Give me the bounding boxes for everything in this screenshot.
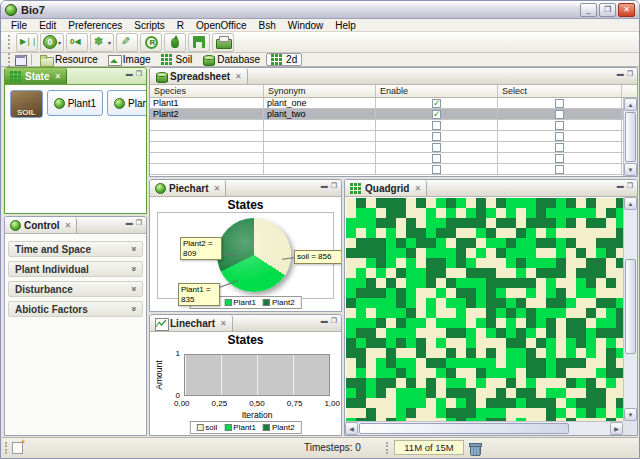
close-icon[interactable]: ✕ [220, 319, 227, 328]
step-back-button[interactable] [66, 33, 88, 52]
perspective-resource[interactable]: Resource [36, 53, 102, 66]
table-vertical-scrollbar[interactable]: ▲ ▼ [623, 98, 637, 176]
r-console-button[interactable] [140, 33, 162, 52]
pen-button[interactable] [116, 33, 138, 52]
close-icon[interactable]: ✕ [235, 72, 242, 81]
close-button[interactable]: ✕ [618, 3, 635, 17]
checkbox-unchecked[interactable] [432, 154, 441, 163]
menu-help[interactable]: Help [329, 20, 362, 31]
open-perspective-icon[interactable] [15, 54, 27, 65]
minimize-view-icon[interactable]: ▬ [617, 70, 624, 77]
close-icon[interactable]: ✕ [65, 221, 72, 230]
scroll-right-icon[interactable]: ▶ [610, 422, 623, 435]
menu-openoffice[interactable]: OpenOffice [190, 20, 252, 31]
heap-status[interactable]: 11M of 15M [394, 440, 464, 455]
checkbox-unchecked[interactable] [432, 165, 441, 174]
maximize-button[interactable]: ❐ [599, 3, 616, 17]
menu-window[interactable]: Window [282, 20, 330, 31]
dropdown-arrow-icon[interactable]: ▾ [108, 39, 111, 46]
minimize-view-icon[interactable]: ▬ [321, 317, 328, 324]
tab-state[interactable]: State ✕ [5, 68, 67, 84]
fast-view-bar-icon[interactable] [12, 442, 23, 454]
checkbox-unchecked[interactable] [555, 121, 564, 130]
scrollbar-thumb[interactable] [359, 423, 569, 434]
tab-quadgrid[interactable]: Quadgrid ✕ [345, 180, 427, 196]
perspective-2d[interactable]: 2d [266, 53, 302, 66]
table-row[interactable] [150, 142, 623, 153]
column-header-select[interactable]: Select [498, 85, 622, 97]
menu-scripts[interactable]: Scripts [128, 20, 171, 31]
perspective-image[interactable]: Image [104, 53, 155, 66]
quadgrid-canvas[interactable] [346, 198, 626, 423]
quadgrid-vertical-scrollbar[interactable]: ▲ ▼ [623, 197, 637, 421]
section-abiotic-factors[interactable]: Abiotic Factors» [8, 301, 143, 317]
scrollbar-thumb[interactable] [625, 259, 636, 354]
checkbox-checked[interactable] [432, 110, 441, 119]
table-row[interactable] [150, 153, 623, 164]
tab-piechart[interactable]: Piechart ✕ [150, 180, 226, 196]
maximize-view-icon[interactable]: ❐ [136, 219, 142, 227]
menu-edit[interactable]: Edit [33, 20, 62, 31]
expand-chevron-icon[interactable]: » [128, 306, 138, 311]
checkbox-unchecked[interactable] [555, 143, 564, 152]
garbage-collect-icon[interactable] [469, 442, 480, 454]
close-icon[interactable]: ✕ [213, 184, 220, 193]
state-plant2-button[interactable]: Plant2 [107, 90, 146, 116]
checkbox-unchecked[interactable] [432, 132, 441, 141]
expand-chevron-icon[interactable]: » [128, 286, 138, 291]
maximize-view-icon[interactable]: ❐ [136, 70, 142, 78]
column-header-enable[interactable]: Enable [376, 85, 498, 97]
dropdown-arrow-icon[interactable]: ▾ [58, 39, 61, 46]
scroll-left-icon[interactable]: ◀ [345, 422, 358, 435]
perspective-database[interactable]: Database [198, 53, 264, 66]
toolbar-gripper[interactable] [8, 35, 11, 49]
menu-preferences[interactable]: Preferences [62, 20, 128, 31]
column-header-synonym[interactable]: Synonym [264, 85, 376, 97]
tab-control[interactable]: Control ✕ [5, 217, 77, 233]
section-disturbance[interactable]: Disturbance» [8, 281, 143, 297]
run-pause-button[interactable] [16, 33, 38, 52]
table-row[interactable] [150, 131, 623, 142]
perspective-soil[interactable]: Soil [157, 53, 197, 66]
save-button[interactable] [188, 33, 210, 52]
maximize-view-icon[interactable]: ❐ [627, 182, 633, 190]
quadgrid-horizontal-scrollbar[interactable]: ◀ ▶ [345, 421, 623, 435]
checkbox-checked[interactable] [432, 99, 441, 108]
maximize-view-icon[interactable]: ❐ [331, 182, 337, 190]
checkbox-unchecked[interactable] [555, 132, 564, 141]
minimize-view-icon[interactable]: ▬ [617, 182, 624, 189]
table-row[interactable] [150, 164, 623, 175]
scroll-down-icon[interactable]: ▼ [624, 163, 637, 176]
table-row[interactable] [150, 120, 623, 131]
maximize-view-icon[interactable]: ❐ [627, 70, 633, 78]
scrollbar-thumb[interactable] [625, 112, 636, 162]
checkbox-unchecked[interactable] [555, 99, 564, 108]
table-row[interactable]: Plant2plant_two [150, 109, 623, 120]
minimize-view-icon[interactable]: ▬ [126, 219, 133, 226]
state-plant1-button[interactable]: Plant1 [47, 90, 103, 116]
tab-spreadsheet[interactable]: Spreadsheet ✕ [150, 68, 248, 84]
checkbox-unchecked[interactable] [432, 121, 441, 130]
pineapple-button[interactable] [164, 33, 186, 52]
menu-bsh[interactable]: Bsh [252, 20, 281, 31]
expand-chevron-icon[interactable]: » [128, 246, 138, 251]
menu-file[interactable]: File [5, 20, 33, 31]
minimize-view-icon[interactable]: ▬ [321, 182, 328, 189]
close-icon[interactable]: ✕ [54, 72, 61, 81]
table-row[interactable]: Plant1plant_one [150, 98, 623, 109]
close-icon[interactable]: ✕ [414, 184, 421, 193]
minimize-button[interactable]: _ [580, 3, 597, 17]
minimize-view-icon[interactable]: ▬ [126, 70, 133, 77]
maximize-view-icon[interactable]: ❐ [331, 317, 337, 325]
perspective-gripper[interactable] [8, 53, 11, 67]
menu-r[interactable]: R [171, 20, 190, 31]
scroll-up-icon[interactable]: ▲ [624, 98, 637, 111]
scroll-down-icon[interactable]: ▼ [624, 408, 637, 421]
checkbox-unchecked[interactable] [432, 143, 441, 152]
flower-button[interactable]: ▾ [90, 33, 114, 52]
print-button[interactable] [212, 33, 234, 52]
checkbox-unchecked[interactable] [555, 165, 564, 174]
state-soil-button[interactable]: SOIL [10, 90, 43, 118]
section-time-and-space[interactable]: Time and Space» [8, 241, 143, 257]
tab-linechart[interactable]: Linechart ✕ [150, 315, 233, 331]
